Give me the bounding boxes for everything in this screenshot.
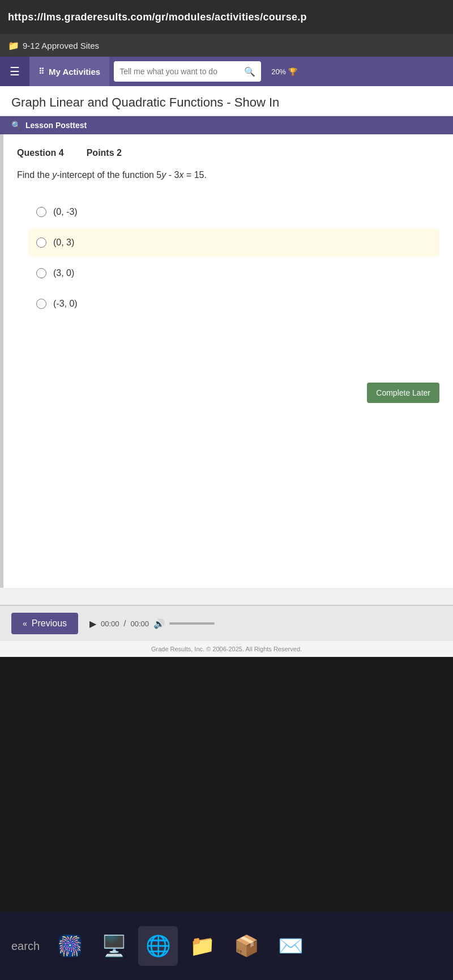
answer-choice-3[interactable]: (3, 0) [28,259,439,287]
radio-1[interactable] [36,207,46,217]
search-icon: 🔍 [244,66,255,77]
audio-progress-bar[interactable] [169,622,215,625]
hamburger-icon: ☰ [10,65,20,78]
url-domain: lms.graderesults.com [43,11,152,23]
taskbar: earch 🎆 🖥️ 🌐 📁 📦 ✉️ [0,912,453,980]
progress-indicator: 20% 🏆 [266,57,303,86]
taskbar-icon-files[interactable]: 📁 [182,926,222,966]
my-activities-nav-item[interactable]: ⠿ My Activities [29,57,109,86]
taskbar-icon-browser[interactable]: 🌐 [138,926,178,966]
italic-y: y [52,170,57,180]
question-container: Question 4 Points 2 Find the y-intercept… [3,134,453,588]
time-current: 00:00 [101,620,119,628]
previous-button[interactable]: « Previous [11,613,78,634]
taskbar-icon-fireworks[interactable]: 🎆 [50,926,89,966]
folder-icon: 📁 [8,40,19,51]
taskbar-search-label: earch [6,940,45,953]
italic-y2: y [161,170,166,180]
bookmarks-label: 9-12 Approved Sites [23,41,99,50]
answer-choice-1[interactable]: (0, -3) [28,198,439,226]
url-path: /gr/modules/activities/course.p [152,11,306,23]
italic-x: x [179,170,183,180]
radio-2[interactable] [36,237,46,248]
section-icon: 🔍 [11,121,21,130]
bookmarks-bar: 📁 9-12 Approved Sites [0,34,453,57]
trophy-icon: 🏆 [288,67,297,76]
radio-3[interactable] [36,268,46,278]
answer-label-4: (-3, 0) [53,299,78,309]
section-header: 🔍 Lesson Posttest [0,116,453,134]
browser-url-bar: https://lms.graderesults.com/gr/modules/… [0,0,453,34]
nav-footer: « Previous ▶ 00:00 / 00:00 🔊 [0,605,453,641]
answer-choice-2[interactable]: (0, 3) [28,228,439,257]
question-points: Points 2 [87,148,122,158]
page-title-bar: Graph Linear and Quadratic Functions - S… [0,86,453,116]
answer-label-1: (0, -3) [53,207,78,217]
time-separator: / [124,619,126,628]
taskbar-icon-mail[interactable]: ✉️ [271,926,310,966]
previous-label: Previous [32,618,67,629]
spacer [17,320,439,377]
question-text: Find the y-intercept of the function 5y … [17,168,439,182]
answer-choices: (0, -3) (0, 3) (3, 0) (-3, 0) [28,198,439,320]
my-activities-label: My Activities [49,67,100,77]
page-title: Graph Linear and Quadratic Functions - S… [11,95,442,110]
url-text: https://lms.graderesults.com/gr/modules/… [8,11,307,23]
hamburger-menu-button[interactable]: ☰ [0,57,29,86]
separator [0,588,453,605]
time-total: 00:00 [130,620,149,628]
question-header: Question 4 Points 2 [17,148,439,158]
question-number: Question 4 [17,148,64,158]
copyright-text: Grade Results, Inc. © 2006-2025. All Rig… [151,646,302,652]
taskbar-icon-2[interactable]: 🖥️ [94,926,134,966]
answer-label-3: (3, 0) [53,268,74,278]
radio-4[interactable] [36,299,46,309]
navigation-bar: ☰ ⠿ My Activities 🔍 20% 🏆 [0,57,453,86]
audio-controls: ▶ 00:00 / 00:00 🔊 [89,618,215,629]
nav-search-bar[interactable]: 🔍 [114,61,261,82]
play-button[interactable]: ▶ [89,618,96,629]
complete-later-button[interactable]: Complete Later [367,383,439,403]
taskbar-icon-store[interactable]: 📦 [226,926,266,966]
answer-label-2: (0, 3) [53,237,74,248]
section-label: Lesson Posttest [25,121,87,130]
grid-icon: ⠿ [39,67,44,76]
chevron-left-icon: « [23,619,27,628]
action-area: Complete Later [17,377,439,403]
progress-text: 20% [271,67,286,76]
copyright-bar: Grade Results, Inc. © 2006-2025. All Rig… [0,641,453,657]
main-layout: Question 4 Points 2 Find the y-intercept… [0,134,453,588]
url-prefix: https:// [8,11,43,23]
volume-icon[interactable]: 🔊 [153,618,165,629]
search-input[interactable] [119,67,241,76]
answer-choice-4[interactable]: (-3, 0) [28,290,439,318]
